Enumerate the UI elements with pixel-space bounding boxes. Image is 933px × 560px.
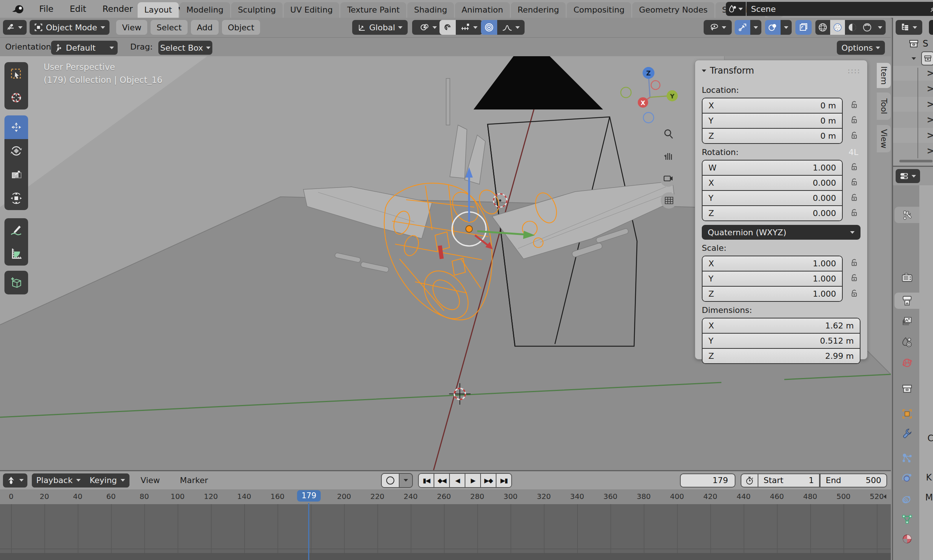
falloff-selector[interactable] bbox=[497, 20, 525, 35]
pin-icon[interactable] bbox=[930, 5, 933, 13]
menu-edit[interactable]: Edit bbox=[70, 4, 86, 14]
menu-file[interactable]: File bbox=[39, 4, 54, 14]
outliner-row[interactable]: > bbox=[893, 143, 933, 158]
snap-mode-selector[interactable] bbox=[456, 20, 482, 35]
tab-material-properties[interactable] bbox=[895, 531, 919, 547]
move-tool[interactable] bbox=[5, 115, 28, 139]
lock-icon[interactable] bbox=[849, 177, 859, 188]
timeline-sidebar-toggle-icon[interactable] bbox=[884, 495, 886, 499]
scale-tool[interactable] bbox=[5, 163, 28, 186]
timeline-menu-marker[interactable]: Marker bbox=[180, 476, 208, 485]
field-location--y[interactable]: Y0 m bbox=[702, 113, 842, 128]
lock-icon[interactable] bbox=[849, 258, 859, 269]
viewport-menu-add[interactable]: Add bbox=[191, 20, 219, 35]
xray-toggle[interactable] bbox=[795, 20, 812, 35]
overlays-dropdown[interactable] bbox=[781, 20, 792, 35]
tab-modifier-properties[interactable] bbox=[895, 425, 919, 441]
collapsed-chevron-icon[interactable]: > bbox=[927, 99, 933, 109]
tab-view-layer-properties[interactable] bbox=[895, 313, 919, 329]
tab-physics-properties[interactable] bbox=[895, 470, 919, 486]
sidebar-tab-view[interactable]: View bbox=[877, 125, 891, 152]
cursor-tool[interactable] bbox=[5, 86, 28, 109]
auto-keying-toggle[interactable] bbox=[381, 473, 400, 488]
field-scale--x[interactable]: X1.000 bbox=[702, 256, 842, 271]
outliner-h-scrollbar[interactable] bbox=[899, 160, 933, 162]
collapsed-chevron-icon[interactable]: > bbox=[927, 68, 933, 78]
sidebar-tab-tool[interactable]: Tool bbox=[877, 92, 891, 120]
expanded-chevron-icon[interactable] bbox=[911, 57, 916, 60]
play-button[interactable]: ▶ bbox=[465, 474, 480, 487]
camera-view-button[interactable] bbox=[660, 171, 676, 187]
end-frame-field[interactable]: End 500 bbox=[820, 474, 887, 488]
outliner-collection-row[interactable] bbox=[893, 51, 933, 66]
tab-render-properties[interactable] bbox=[895, 270, 919, 286]
next-keyframe-button[interactable]: ▶◆ bbox=[480, 474, 496, 487]
tab-scene-properties[interactable] bbox=[895, 334, 919, 350]
workspace-tab-shading[interactable]: Shading bbox=[407, 2, 454, 18]
jump-to-end-button[interactable]: ▶▮ bbox=[496, 474, 511, 487]
collapsed-chevron-icon[interactable]: > bbox=[927, 115, 933, 125]
tab-constraint-properties[interactable] bbox=[895, 491, 919, 507]
lock-icon[interactable] bbox=[849, 289, 859, 300]
field-location--x[interactable]: X0 m bbox=[702, 98, 842, 113]
timeline-menu-playback[interactable]: Playback bbox=[32, 474, 85, 488]
current-frame-badge[interactable]: 179 bbox=[297, 490, 321, 502]
field-rotation--z[interactable]: Z0.000 bbox=[702, 205, 842, 220]
measure-tool[interactable] bbox=[5, 242, 28, 266]
field-dimensions--y[interactable]: Y0.512 m bbox=[702, 333, 860, 348]
snap-toggle[interactable] bbox=[439, 20, 456, 35]
workspace-tab-modeling[interactable]: Modeling bbox=[180, 2, 230, 18]
lock-icon[interactable] bbox=[849, 162, 859, 173]
transform-panel-header[interactable]: Transform :::: bbox=[702, 65, 861, 76]
timeline-ruler[interactable]: 0204060801001201401602002202402602803003… bbox=[0, 489, 891, 504]
orientation-selector[interactable]: Default bbox=[51, 41, 118, 55]
lock-icon[interactable] bbox=[849, 115, 859, 126]
timeline-tracks[interactable] bbox=[0, 504, 891, 560]
scene-browse-button[interactable] bbox=[726, 2, 746, 16]
tab-world-properties[interactable] bbox=[895, 355, 919, 371]
transform-tool[interactable] bbox=[5, 186, 28, 210]
menu-render[interactable]: Render bbox=[103, 4, 133, 14]
timeline-menu-keying[interactable]: Keying bbox=[85, 474, 129, 488]
gizmos-dropdown[interactable] bbox=[750, 20, 761, 35]
viewport-menu-select[interactable]: Select bbox=[151, 20, 188, 35]
shading-material-button[interactable] bbox=[845, 20, 860, 35]
lock-icon[interactable] bbox=[849, 131, 859, 142]
use-preview-range-toggle[interactable] bbox=[741, 474, 758, 488]
field-scale--z[interactable]: Z1.000 bbox=[702, 286, 842, 301]
select-box-tool[interactable] bbox=[5, 62, 28, 86]
timeline-editor-selector[interactable] bbox=[3, 474, 28, 488]
current-frame-field[interactable]: 179 bbox=[680, 474, 736, 488]
tab-collection-properties[interactable] bbox=[895, 381, 919, 397]
field-dimensions--x[interactable]: X1.62 m bbox=[702, 318, 860, 333]
add-cube-tool[interactable] bbox=[5, 271, 28, 294]
workspace-tab-sculpting[interactable]: Sculpting bbox=[231, 2, 283, 18]
lock-icon[interactable] bbox=[849, 208, 859, 219]
rotation-mode-select[interactable]: Quaternion (WXYZ) bbox=[702, 225, 861, 240]
workspace-tab-animation[interactable]: Animation bbox=[455, 2, 510, 18]
workspace-tab-compositing[interactable]: Compositing bbox=[567, 2, 631, 18]
annotate-tool[interactable] bbox=[5, 218, 28, 242]
collapsed-chevron-icon[interactable]: > bbox=[927, 84, 933, 94]
show-overlays-toggle[interactable] bbox=[765, 20, 781, 35]
transform-orientation-selector[interactable]: Global bbox=[352, 20, 408, 35]
show-gizmos-toggle[interactable] bbox=[735, 20, 750, 35]
workspace-tab-geometry-nodes[interactable]: Geometry Nodes bbox=[632, 2, 714, 18]
zoom-button[interactable] bbox=[661, 126, 677, 142]
perspective-toggle-button[interactable] bbox=[661, 192, 677, 209]
outliner-filter-button-clipped[interactable] bbox=[929, 20, 933, 35]
lock-icon[interactable] bbox=[849, 193, 859, 204]
workspace-tab-uv-editing[interactable]: UV Editing bbox=[284, 2, 340, 18]
shading-solid-button[interactable] bbox=[830, 20, 845, 35]
field-rotation--y[interactable]: Y0.000 bbox=[702, 190, 842, 205]
auto-keying-dropdown[interactable] bbox=[400, 473, 413, 488]
previous-keyframe-button[interactable]: ◆◀ bbox=[434, 474, 449, 487]
lock-icon[interactable] bbox=[849, 100, 859, 111]
tab-object-properties[interactable] bbox=[895, 406, 919, 422]
panel-grip-icon[interactable]: :::: bbox=[848, 66, 861, 75]
blender-logo-icon[interactable] bbox=[11, 3, 26, 15]
play-reverse-button[interactable]: ◀ bbox=[449, 474, 465, 487]
field-location--z[interactable]: Z0 m bbox=[702, 128, 842, 143]
tab-tool-properties[interactable] bbox=[895, 207, 919, 223]
outliner-row[interactable]: > bbox=[893, 112, 933, 127]
